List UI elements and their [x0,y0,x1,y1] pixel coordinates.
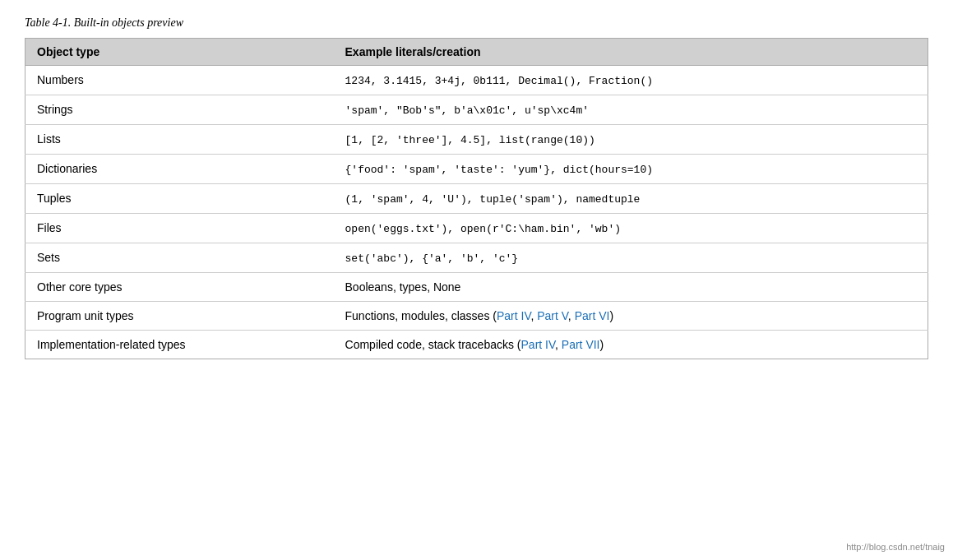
part-link[interactable]: Part VII [562,338,600,351]
part-link[interactable]: Part VI [575,309,610,322]
cell-type: Sets [25,243,334,273]
cell-example: open('eggs.txt'), open(r'C:\ham.bin', 'w… [334,214,928,243]
built-in-objects-table: Object type Example literals/creation Nu… [25,38,928,359]
cell-example: {'food': 'spam', 'taste': 'yum'}, dict(h… [334,155,928,184]
cell-example: 1234, 3.1415, 3+4j, 0b111, Decimal(), Fr… [334,66,928,95]
cell-example: Booleans, types, None [334,273,928,302]
table-row: Numbers1234, 3.1415, 3+4j, 0b111, Decima… [25,66,928,95]
col-header-example: Example literals/creation [334,39,928,66]
watermark: http://blog.csdn.net/tnaig [846,542,945,552]
cell-type: Other core types [25,273,334,302]
cell-type: Program unit types [25,302,334,331]
cell-type: Numbers [25,66,334,95]
cell-example: (1, 'spam', 4, 'U'), tuple('spam'), name… [334,184,928,214]
part-link[interactable]: Part IV [521,338,556,351]
table-row: Dictionaries{'food': 'spam', 'taste': 'y… [25,155,928,184]
code-example: 'spam', "Bob's", b'a\x01c', u'sp\xc4m' [345,104,589,117]
col-header-type: Object type [25,39,334,66]
cell-type: Files [25,214,334,243]
table-row: Filesopen('eggs.txt'), open(r'C:\ham.bin… [25,214,928,243]
cell-type: Tuples [25,184,334,214]
table-row: Lists[1, [2, 'three'], 4.5], list(range(… [25,125,928,155]
part-link[interactable]: Part V [537,309,568,322]
code-example: 1234, 3.1415, 3+4j, 0b111, Decimal(), Fr… [345,75,653,87]
cell-example: Compiled code, stack tracebacks (Part IV… [334,331,928,359]
code-example: [1, [2, 'three'], 4.5], list(range(10)) [345,134,595,146]
cell-example: Functions, modules, classes (Part IV, Pa… [334,302,928,331]
table-header-row: Object type Example literals/creation [25,39,928,66]
cell-type: Strings [25,95,334,125]
code-example: open('eggs.txt'), open(r'C:\ham.bin', 'w… [345,223,621,235]
table-row: Strings'spam', "Bob's", b'a\x01c', u'sp\… [25,95,928,125]
cell-example: set('abc'), {'a', 'b', 'c'} [334,243,928,273]
cell-type: Lists [25,125,334,155]
code-example: (1, 'spam', 4, 'U'), tuple('spam'), name… [345,193,641,206]
code-example: set('abc'), {'a', 'b', 'c'} [345,252,519,265]
table-row: Other core typesBooleans, types, None [25,273,928,302]
cell-type: Implementation-related types [25,331,334,359]
table-row: Implementation-related typesCompiled cod… [25,331,928,359]
table-row: Setsset('abc'), {'a', 'b', 'c'} [25,243,928,273]
table-row: Tuples(1, 'spam', 4, 'U'), tuple('spam')… [25,184,928,214]
cell-example: [1, [2, 'three'], 4.5], list(range(10)) [334,125,928,155]
code-example: {'food': 'spam', 'taste': 'yum'}, dict(h… [345,164,653,176]
cell-example: 'spam', "Bob's", b'a\x01c', u'sp\xc4m' [334,95,928,125]
table-row: Program unit typesFunctions, modules, cl… [25,302,928,331]
cell-type: Dictionaries [25,155,334,184]
part-link[interactable]: Part IV [497,309,531,322]
table-caption: Table 4-1. Built-in objects preview [25,16,928,30]
